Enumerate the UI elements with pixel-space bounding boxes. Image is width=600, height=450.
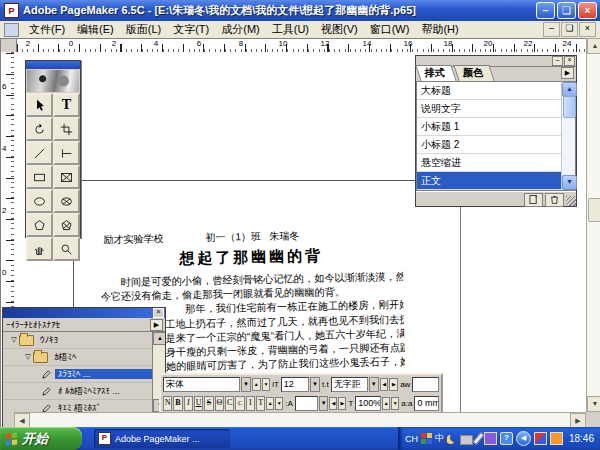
- text-tool[interactable]: T: [53, 93, 80, 117]
- scale-right-icon[interactable]: ▶: [338, 397, 346, 410]
- style-item[interactable]: 大标题: [417, 82, 575, 100]
- style-subscript-button[interactable]: T: [256, 396, 265, 411]
- style-allcaps-button[interactable]: C: [225, 396, 234, 411]
- pen-tray-icon[interactable]: [472, 432, 484, 445]
- menu-type[interactable]: 文字(T): [167, 21, 215, 38]
- polygon-frame-tool[interactable]: [53, 213, 80, 237]
- doc-restore-icon[interactable]: ❏: [561, 22, 578, 37]
- delete-style-button[interactable]: [545, 193, 564, 207]
- scale-left-icon[interactable]: ◀: [329, 397, 337, 410]
- scroll-thumb[interactable]: [563, 96, 576, 118]
- baseline-up-icon[interactable]: ▲: [382, 397, 390, 410]
- style-item[interactable]: 小标题 2: [417, 136, 575, 154]
- expander-icon[interactable]: ▽: [23, 353, 33, 361]
- constrained-line-tool[interactable]: [53, 141, 80, 165]
- font-dropdown-icon[interactable]: ▼: [241, 377, 251, 392]
- font-name-field[interactable]: 宋体: [163, 377, 240, 392]
- style-underline-button[interactable]: U: [194, 396, 203, 411]
- ellipse-tool[interactable]: [26, 189, 53, 213]
- tree-folder-row[interactable]: ▽ ｳﾉｷﾖ: [3, 332, 165, 349]
- style-smallcaps-button[interactable]: C: [235, 396, 244, 411]
- tree-script-row[interactable]: ｽﾗﾖﾐﾍ ...: [3, 366, 165, 383]
- nudge-up-icon[interactable]: ▲: [266, 397, 274, 410]
- style-item[interactable]: 小标题 1: [417, 118, 575, 136]
- ellipse-frame-tool[interactable]: [53, 189, 80, 213]
- baseline-field[interactable]: 0 mm: [414, 396, 439, 411]
- style-item[interactable]: 悬空缩进: [417, 154, 575, 172]
- menu-element[interactable]: 成分(M): [215, 21, 266, 38]
- menu-window[interactable]: 窗口(W): [364, 21, 416, 38]
- rectangle-frame-tool[interactable]: [53, 165, 80, 189]
- style-italic-button[interactable]: I: [184, 396, 193, 411]
- nudge-down-icon[interactable]: ▼: [275, 397, 283, 410]
- doc-close-icon[interactable]: ×: [579, 22, 596, 37]
- tree-script-row[interactable]: ｷｴﾐ 梧ﾐﾎｽﾞ: [3, 400, 165, 412]
- menu-help[interactable]: 帮助(H): [415, 21, 464, 38]
- style-normal-button[interactable]: N: [163, 396, 172, 411]
- monitor-tray-icon[interactable]: [484, 432, 497, 445]
- rectangle-tool[interactable]: [26, 165, 53, 189]
- expander-icon[interactable]: ▽: [9, 336, 19, 344]
- tab-styles[interactable]: 排式: [415, 65, 456, 81]
- baseline-down-icon[interactable]: ▼: [391, 397, 399, 410]
- tray-ch-indicator[interactable]: CH: [405, 434, 418, 444]
- pointer-tool[interactable]: [26, 93, 53, 117]
- resize-grip[interactable]: [566, 196, 576, 206]
- horizontal-scrollbar[interactable]: ◀ ▶: [14, 412, 586, 428]
- palette-menu-arrow-icon[interactable]: ▶: [561, 67, 574, 79]
- font-size-field[interactable]: 12: [281, 377, 309, 392]
- tracking-field[interactable]: 无字距: [331, 377, 368, 392]
- taskbar-task-pagemaker[interactable]: P Adobe PageMaker ...: [94, 429, 230, 448]
- kern-left-icon[interactable]: ◀: [380, 378, 389, 391]
- style-item-selected[interactable]: 正文: [417, 172, 575, 190]
- scripts-palette-titlebar[interactable]: ×: [3, 308, 165, 318]
- download-tray-icon[interactable]: [550, 432, 563, 445]
- tracking-dropdown-icon[interactable]: ▼: [369, 377, 379, 392]
- antivirus-tray-icon[interactable]: [534, 432, 547, 445]
- style-bold-button[interactable]: B: [173, 396, 182, 411]
- menu-file[interactable]: 文件(F): [23, 21, 71, 38]
- tree-folder-row[interactable]: ▽ ｶ梧ﾐﾍ: [3, 349, 165, 366]
- doc-minimize-icon[interactable]: –: [543, 22, 560, 37]
- new-style-button[interactable]: [524, 193, 543, 207]
- clock[interactable]: 18:46: [566, 433, 594, 444]
- style-superscript-button[interactable]: I: [246, 396, 255, 411]
- menu-view[interactable]: 视图(V): [315, 21, 364, 38]
- menu-layout[interactable]: 版面(L): [120, 21, 167, 38]
- scroll-up-icon[interactable]: ▲: [587, 38, 600, 54]
- moon-tray-icon[interactable]: [447, 433, 457, 444]
- nudge-down-icon[interactable]: ▼: [262, 378, 271, 391]
- palette-close-icon[interactable]: ×: [564, 56, 575, 66]
- tab-colors[interactable]: 颜色: [453, 65, 494, 81]
- crop-tool[interactable]: [53, 117, 80, 141]
- menu-edit[interactable]: 编辑(E): [71, 21, 120, 38]
- scroll-down-icon[interactable]: ▼: [587, 396, 600, 412]
- close-icon[interactable]: ×: [578, 2, 597, 19]
- leading-field[interactable]: [295, 396, 318, 411]
- zoom-tool[interactable]: [53, 237, 80, 261]
- palette-menu-arrow-icon[interactable]: ▶: [150, 319, 163, 331]
- style-strikethru-button[interactable]: S: [204, 396, 213, 411]
- setwidth-field[interactable]: [412, 377, 439, 392]
- printer-tray-icon[interactable]: [460, 435, 473, 445]
- style-item[interactable]: 说明文字: [417, 100, 575, 118]
- start-button[interactable]: 开始: [0, 427, 82, 450]
- line-tool[interactable]: [26, 141, 53, 165]
- nudge-up-icon[interactable]: ▲: [252, 378, 261, 391]
- hide-icons-chevron-icon[interactable]: ◀: [516, 431, 531, 446]
- size-dropdown-icon[interactable]: ▼: [310, 377, 320, 392]
- toolbox-titlebar[interactable]: [26, 61, 80, 69]
- leading-dropdown-icon[interactable]: ▼: [319, 396, 328, 411]
- help-tray-icon[interactable]: ?: [500, 432, 513, 445]
- palette-close-icon[interactable]: ×: [153, 308, 164, 318]
- ime-chinese-icon[interactable]: 中: [435, 432, 444, 445]
- polygon-tool[interactable]: [26, 213, 53, 237]
- scroll-down-icon[interactable]: ▼: [562, 175, 577, 190]
- document-icon[interactable]: [4, 23, 19, 37]
- scroll-thumb[interactable]: [588, 198, 600, 222]
- scale-field[interactable]: 100%: [355, 396, 381, 411]
- scroll-up-icon[interactable]: ▲: [562, 82, 577, 97]
- minimize-icon[interactable]: –: [536, 2, 555, 19]
- keyboard-layout-icon[interactable]: [421, 433, 432, 444]
- maximize-icon[interactable]: ❏: [557, 2, 576, 19]
